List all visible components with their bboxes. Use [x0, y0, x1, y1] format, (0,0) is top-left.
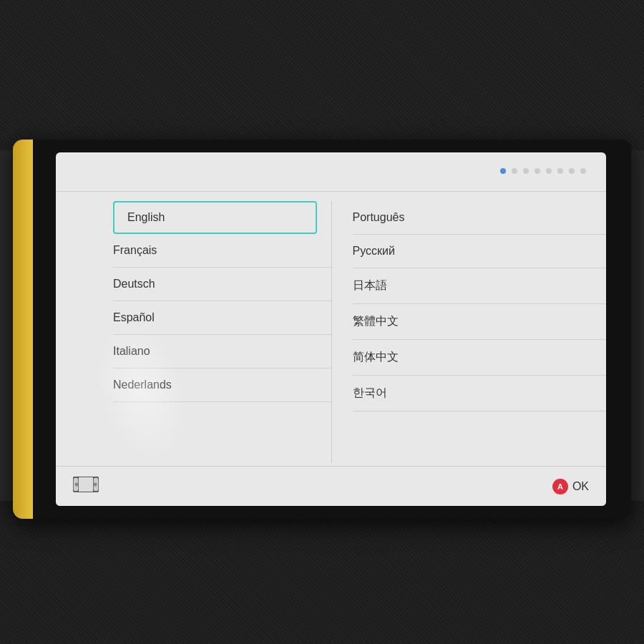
top-divider — [56, 191, 606, 192]
lang-espanol[interactable]: Español — [113, 301, 331, 335]
lang-italiano[interactable]: Italiano — [113, 335, 331, 369]
dot-2 — [512, 168, 517, 174]
dot-7 — [569, 168, 575, 174]
lang-trad-chinese[interactable]: 繁體中文 — [353, 304, 607, 340]
svg-point-3 — [75, 483, 79, 487]
dot-8 — [580, 168, 586, 174]
fabric-bottom — [0, 501, 644, 644]
svg-rect-5 — [79, 477, 93, 492]
dot-6 — [557, 168, 563, 174]
svg-point-4 — [94, 483, 97, 487]
lang-english[interactable]: English — [113, 201, 317, 234]
language-area: English Français Deutsch Español Italian… — [56, 201, 606, 463]
fabric-top — [0, 0, 644, 150]
lang-nederlands[interactable]: Nederlands — [113, 369, 331, 402]
screen: English Français Deutsch Español Italian… — [56, 152, 606, 506]
controller-icon — [73, 476, 99, 497]
lang-portugues[interactable]: Português — [353, 201, 607, 235]
lang-deutsch[interactable]: Deutsch — [113, 268, 331, 301]
dot-3 — [523, 168, 529, 174]
dot-5 — [546, 168, 552, 174]
left-joycon — [13, 140, 33, 519]
right-column: Português Русский 日本語 繁體中文 简体中文 한국어 — [331, 201, 607, 463]
switch-device: English Français Deutsch Español Italian… — [13, 140, 631, 519]
progress-dots — [500, 168, 586, 174]
lang-japanese[interactable]: 日本語 — [353, 268, 607, 304]
ok-label: OK — [572, 480, 589, 493]
a-button-icon: A — [552, 479, 568, 494]
lang-simp-chinese[interactable]: 简体中文 — [353, 340, 607, 376]
ok-button[interactable]: A OK — [552, 479, 589, 494]
bottom-bar: A OK — [56, 466, 606, 506]
lang-russian[interactable]: Русский — [353, 235, 607, 268]
dot-1 — [500, 168, 506, 174]
dot-4 — [535, 168, 540, 174]
lang-korean[interactable]: 한국어 — [353, 376, 607, 411]
left-column: English Français Deutsch Español Italian… — [56, 201, 331, 463]
lang-francais[interactable]: Français — [113, 234, 331, 268]
